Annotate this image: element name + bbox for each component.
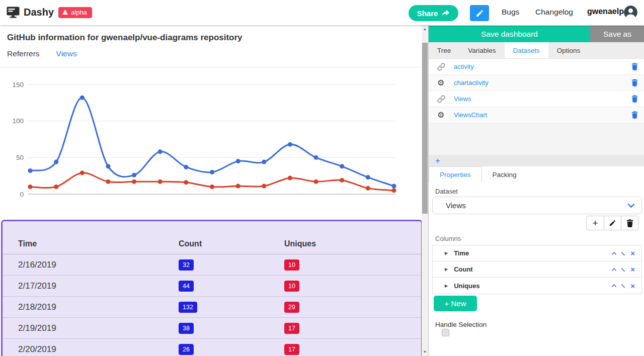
table-header-row: Time Count Uniques	[3, 233, 421, 254]
expand-arrow-icon[interactable]: ▶	[445, 251, 448, 255]
count-badge: 38	[179, 323, 194, 334]
top-bar: Dashy alpha Share Bugs Changelog gwenael…	[0, 0, 644, 25]
trash-icon[interactable]	[631, 79, 638, 86]
count-badge: 44	[179, 281, 194, 292]
edit-dataset-button[interactable]	[604, 216, 621, 230]
dataset-action-buttons: +	[586, 216, 638, 230]
save-as-button[interactable]: Save as	[590, 26, 644, 42]
table-header-count: Count	[179, 239, 284, 248]
pencil-icon	[475, 9, 484, 18]
dataset-name-link[interactable]: Views	[454, 95, 471, 103]
expand-arrow-icon[interactable]: ▶	[445, 267, 448, 272]
gear-icon: ⚙	[437, 111, 446, 119]
new-column-button[interactable]: + New	[434, 296, 477, 311]
alpha-badge: alpha	[58, 7, 92, 18]
y-axis-tick-label: 100	[12, 117, 24, 125]
trash-icon[interactable]	[631, 111, 638, 119]
vertical-scrollbar[interactable]: ▲ ▼	[422, 25, 428, 356]
data-point-uniques	[54, 185, 58, 189]
data-point-uniques	[236, 184, 240, 189]
data-point-count	[28, 168, 33, 173]
uniques-badge: 10	[284, 281, 299, 292]
move-up-icon[interactable]	[611, 268, 617, 272]
expand-arrow-icon[interactable]: ▶	[445, 284, 448, 288]
move-up-icon[interactable]	[611, 284, 617, 288]
table-row: 2/20/20192617	[3, 339, 421, 356]
add-button[interactable]: +	[587, 216, 604, 230]
data-point-count	[262, 160, 266, 164]
share-button[interactable]: Share	[409, 5, 458, 21]
dataset-row: activity	[429, 59, 644, 75]
link-icon	[437, 63, 446, 71]
add-dataset-button[interactable]: +	[435, 156, 440, 165]
sidebar-tab-variables[interactable]: Variables	[459, 42, 504, 58]
table-cell-uniques: 10	[284, 281, 421, 292]
dataset-name-link[interactable]: chartactivity	[454, 79, 489, 86]
data-point-count	[132, 173, 136, 177]
data-point-uniques	[262, 184, 266, 189]
data-point-uniques	[28, 185, 33, 189]
trash-icon[interactable]	[631, 95, 638, 103]
trash-icon[interactable]	[631, 63, 638, 70]
sidebar-tab-options[interactable]: Options	[548, 42, 589, 58]
sidebar-tab-tree[interactable]: Tree	[429, 42, 459, 58]
dataset-row: Views	[429, 91, 644, 107]
data-point-uniques	[392, 188, 396, 193]
views-table-card[interactable]: Time Count Uniques 2/16/201932102/17/201…	[1, 220, 423, 356]
table-header-uniques: Uniques	[284, 239, 421, 248]
subtab-properties[interactable]: Properties	[429, 166, 482, 183]
gear-icon: ⚙	[437, 79, 446, 87]
tab-referrers[interactable]: Referrers	[7, 49, 40, 64]
data-point-count	[54, 160, 58, 164]
dataset-name-link[interactable]: ViewsChart	[454, 111, 487, 119]
username[interactable]: gwenaelp	[587, 7, 624, 16]
edit-button[interactable]	[470, 5, 489, 21]
move-down-icon[interactable]	[621, 251, 626, 255]
data-point-uniques	[184, 180, 188, 185]
remove-column-icon[interactable]: ×	[630, 249, 635, 257]
data-point-uniques	[288, 176, 292, 181]
sidebar-tab-datasets[interactable]: Datasets	[505, 42, 548, 58]
data-point-uniques	[158, 180, 163, 184]
scrollbar-thumb[interactable]	[422, 43, 428, 214]
avatar[interactable]	[624, 6, 637, 19]
table-cell-uniques: 29	[284, 302, 421, 313]
nav-bugs-link[interactable]: Bugs	[502, 8, 519, 17]
data-point-uniques	[106, 180, 110, 184]
data-point-count	[184, 165, 188, 169]
uniques-badge: 17	[284, 323, 299, 334]
tab-views[interactable]: Views	[56, 49, 77, 64]
move-down-icon[interactable]	[621, 284, 626, 288]
subtab-packing[interactable]: Packing	[482, 166, 527, 183]
remove-column-icon[interactable]: ×	[630, 282, 635, 290]
save-dashboard-button[interactable]: Save dashboard	[429, 26, 590, 42]
dataset-field-label: Dataset	[435, 188, 458, 195]
data-point-count	[106, 164, 110, 168]
scroll-down-arrow-icon[interactable]: ▼	[422, 350, 428, 353]
handle-selection-checkbox[interactable]	[442, 329, 449, 336]
uniques-badge: 29	[284, 302, 299, 313]
data-point-count	[80, 96, 85, 100]
dataset-select[interactable]: Views	[432, 197, 642, 214]
delete-dataset-button[interactable]	[621, 216, 638, 230]
dataset-name-link[interactable]: activity	[454, 63, 474, 70]
scroll-up-arrow-icon[interactable]: ▲	[422, 27, 428, 31]
widget-title: GitHub information for gwenaelp/vue-diag…	[7, 33, 243, 43]
app-title: Dashy	[24, 7, 54, 18]
move-down-icon[interactable]	[621, 268, 626, 272]
column-name: Time	[454, 249, 469, 257]
dataset-select-value: Views	[446, 201, 466, 210]
table-cell-time: 2/17/2019	[18, 281, 179, 291]
table-cell-uniques: 17	[284, 344, 421, 355]
table-cell-time: 2/19/2019	[18, 323, 179, 333]
table-cell-count: 32	[179, 259, 284, 271]
move-up-icon[interactable]	[611, 251, 617, 255]
views-line-chart: 050100150	[0, 70, 422, 216]
data-point-count	[210, 170, 214, 174]
nav-changelog-link[interactable]: Changelog	[535, 8, 573, 17]
table-cell-time: 2/18/2019	[18, 302, 179, 312]
data-point-count	[340, 164, 344, 168]
columns-label: Columns	[435, 235, 461, 242]
remove-column-icon[interactable]: ×	[630, 265, 635, 273]
table-cell-count: 44	[179, 281, 284, 292]
